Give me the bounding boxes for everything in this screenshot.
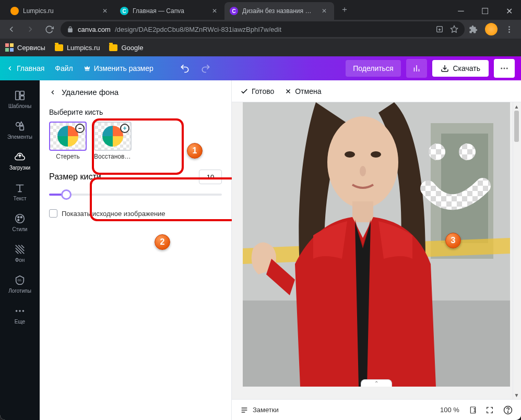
canvas-footer: Заметки 100 % 1 bbox=[232, 399, 521, 420]
share-button[interactable]: Поделиться bbox=[346, 60, 400, 77]
close-icon[interactable]: ✕ bbox=[322, 7, 329, 15]
bookmark-label: Сервисы bbox=[17, 44, 45, 52]
browser-titlebar: Lumpics.ru ✕ C Главная — Canva ✕ C Дизай… bbox=[0, 0, 521, 20]
home-link[interactable]: Главная bbox=[6, 64, 44, 73]
canvas-checker: 3 ⌃ bbox=[243, 102, 510, 387]
crown-icon bbox=[84, 65, 91, 72]
bookmark-star-icon[interactable] bbox=[450, 25, 458, 33]
choose-brush-title: Выберите кисть bbox=[49, 108, 222, 116]
svg-rect-10 bbox=[20, 91, 24, 95]
download-label: Скачать bbox=[453, 64, 481, 73]
close-icon bbox=[285, 88, 292, 95]
redo-button[interactable] bbox=[200, 63, 211, 74]
minus-icon: − bbox=[75, 124, 85, 133]
sidebar-label: Фон bbox=[15, 257, 25, 263]
sidebar-item-elements[interactable]: Элементы bbox=[0, 115, 40, 145]
reload-button[interactable] bbox=[42, 22, 56, 37]
zoom-level[interactable]: 100 % bbox=[440, 406, 459, 414]
brush-erase-option[interactable]: − Стереть bbox=[49, 122, 87, 160]
forward-button[interactable] bbox=[23, 22, 38, 37]
brush-restore-option[interactable]: + Восстанови... bbox=[94, 122, 132, 160]
notes-button[interactable]: Заметки bbox=[240, 406, 279, 414]
tab-title: Дизайн без названия — 1200 bbox=[242, 7, 317, 15]
bookmark-google[interactable]: Google bbox=[109, 44, 143, 52]
close-icon[interactable]: ✕ bbox=[102, 7, 110, 15]
help-button[interactable] bbox=[503, 405, 513, 415]
back-button[interactable] bbox=[4, 22, 19, 37]
sidebar-item-logos[interactable]: co. Логотипы bbox=[0, 269, 40, 299]
more-button[interactable] bbox=[494, 59, 515, 78]
maximize-button[interactable]: ☐ bbox=[473, 2, 497, 20]
scroll-up-arrow[interactable]: ▲ bbox=[513, 102, 520, 111]
panel-back[interactable]: Удаление фона bbox=[49, 88, 222, 97]
sidebar-item-more[interactable]: Еще bbox=[0, 300, 40, 330]
svg-point-6 bbox=[501, 68, 502, 69]
more-icon bbox=[14, 305, 26, 317]
close-window-button[interactable]: ✕ bbox=[497, 2, 521, 20]
favicon-icon bbox=[10, 7, 19, 15]
tab-strip: Lumpics.ru ✕ C Главная — Canva ✕ C Дизай… bbox=[5, 2, 352, 20]
new-tab-button[interactable]: ＋ bbox=[337, 2, 352, 17]
sidebar-item-text[interactable]: Текст bbox=[0, 177, 40, 207]
profile-avatar[interactable] bbox=[485, 23, 498, 35]
canvas-body[interactable]: 3 ⌃ bbox=[232, 102, 521, 399]
svg-rect-9 bbox=[16, 91, 19, 100]
brush-size-row: Размер кисти bbox=[49, 170, 222, 184]
share-icon[interactable] bbox=[435, 25, 444, 33]
scroll-down-arrow[interactable]: ▼ bbox=[513, 391, 520, 399]
tab-canva-home[interactable]: C Главная — Canva ✕ bbox=[115, 2, 224, 20]
window-controls: ─ ☐ ✕ bbox=[449, 2, 521, 20]
resize-button[interactable]: Изменить размер bbox=[84, 64, 153, 73]
show-original-row[interactable]: Показать исходное изображение bbox=[49, 209, 222, 218]
tab-lumpics[interactable]: Lumpics.ru ✕ bbox=[5, 2, 115, 20]
checkbox[interactable] bbox=[49, 209, 57, 218]
extensions-icon[interactable] bbox=[469, 25, 478, 34]
minimize-button[interactable]: ─ bbox=[449, 2, 473, 20]
brush-size-slider[interactable] bbox=[49, 189, 222, 200]
canva-header: Главная Файл Изменить размер Поделиться … bbox=[0, 56, 521, 80]
workspace: Шаблоны Элементы Загрузки Текст Стили Фо… bbox=[0, 80, 521, 420]
folder-icon bbox=[109, 44, 117, 51]
brush-erase-thumb: − bbox=[49, 122, 87, 151]
sidebar-item-background[interactable]: Фон bbox=[0, 238, 40, 268]
vertical-scrollbar[interactable]: ▲ ▼ bbox=[513, 102, 520, 399]
svg-point-38 bbox=[507, 412, 508, 413]
close-icon[interactable]: ✕ bbox=[212, 7, 219, 15]
chevron-left-icon bbox=[49, 89, 56, 96]
brush-options: − Стереть + Восстанови... bbox=[49, 122, 222, 160]
notes-icon bbox=[240, 406, 248, 414]
folder-icon bbox=[55, 44, 63, 51]
tab-canva-design[interactable]: C Дизайн без названия — 1200 ✕ bbox=[224, 2, 334, 20]
canvas-area: Готово Отмена bbox=[232, 80, 521, 420]
cancel-label: Отмена bbox=[295, 87, 321, 95]
cancel-button[interactable]: Отмена bbox=[285, 87, 321, 95]
sidebar-label: Загрузки bbox=[9, 165, 30, 171]
download-button[interactable]: Скачать bbox=[432, 60, 489, 77]
sidebar-item-templates[interactable]: Шаблоны bbox=[0, 85, 40, 114]
show-original-label: Показать исходное изображение bbox=[62, 210, 165, 218]
bookmark-lumpics[interactable]: Lumpics.ru bbox=[55, 44, 100, 52]
svg-point-4 bbox=[508, 31, 510, 33]
slider-thumb[interactable] bbox=[61, 189, 72, 200]
elements-icon bbox=[14, 121, 26, 132]
scroll-thumb[interactable] bbox=[514, 111, 519, 142]
bookmark-services[interactable]: Сервисы bbox=[5, 43, 45, 52]
sidebar-item-uploads[interactable]: Загрузки bbox=[0, 146, 40, 176]
background-icon bbox=[14, 244, 26, 255]
menu-icon[interactable] bbox=[505, 25, 514, 34]
expand-handle[interactable]: ⌃ bbox=[361, 379, 392, 387]
brush-erase-label: Стереть bbox=[49, 153, 87, 160]
page-indicator[interactable]: 1 bbox=[469, 405, 476, 415]
sidebar-item-styles[interactable]: Стили bbox=[0, 208, 40, 237]
brush-size-input[interactable] bbox=[199, 170, 222, 184]
done-button[interactable]: Готово bbox=[240, 87, 274, 95]
styles-icon bbox=[14, 213, 26, 224]
undo-button[interactable] bbox=[180, 63, 190, 74]
insights-button[interactable] bbox=[406, 59, 427, 78]
svg-point-21 bbox=[22, 310, 25, 312]
fullscreen-button[interactable] bbox=[486, 406, 494, 414]
file-menu[interactable]: Файл bbox=[55, 64, 73, 73]
url-field[interactable]: canva.com/design/DAE2pdcCbu8/8MZnRWci-83… bbox=[61, 21, 465, 37]
svg-point-3 bbox=[508, 29, 510, 30]
svg-point-14 bbox=[16, 214, 25, 223]
